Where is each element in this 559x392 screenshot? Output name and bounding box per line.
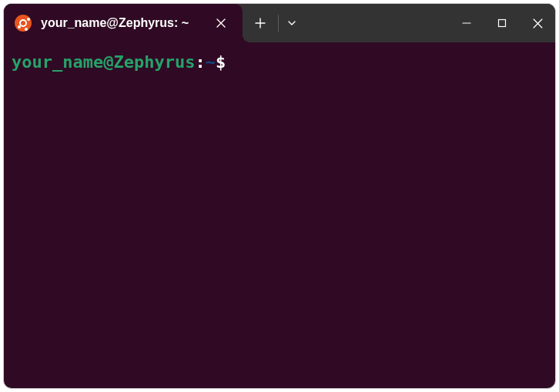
prompt-separator: : <box>195 52 205 72</box>
cursor <box>226 53 234 70</box>
maximize-button[interactable] <box>484 4 520 42</box>
window-close-button[interactable] <box>520 4 555 42</box>
tab-active[interactable]: your_name@Zephyrus: ~ <box>4 4 243 42</box>
minimize-button[interactable] <box>449 4 484 42</box>
prompt-path: ~ <box>206 52 216 72</box>
prompt-user-host: your_name@Zephyrus <box>12 52 195 72</box>
terminal-window: your_name@Zephyrus: ~ <box>4 4 555 388</box>
svg-rect-0 <box>499 20 506 27</box>
tab-close-button[interactable] <box>210 12 232 34</box>
prompt-symbol: $ <box>216 52 226 72</box>
tab-actions <box>243 4 305 42</box>
tab-title: your_name@Zephyrus: ~ <box>41 16 201 30</box>
ubuntu-logo-icon <box>15 15 32 32</box>
titlebar[interactable]: your_name@Zephyrus: ~ <box>4 4 555 42</box>
tab-dropdown-button[interactable] <box>279 4 305 42</box>
window-controls <box>449 4 555 42</box>
terminal-body[interactable]: your_name@Zephyrus:~$ <box>4 42 555 82</box>
